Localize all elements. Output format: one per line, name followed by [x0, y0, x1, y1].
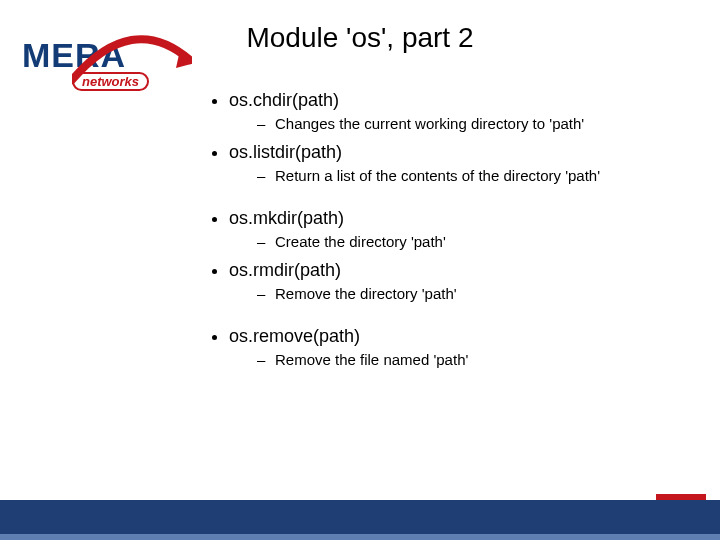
function-name: os.mkdir(path) — [229, 208, 344, 228]
footer-bar-dark — [0, 500, 720, 534]
list-item: os.chdir(path) Changes the current worki… — [229, 90, 685, 132]
function-desc: Remove the file named 'path' — [257, 351, 685, 368]
function-name: os.chdir(path) — [229, 90, 339, 110]
function-desc: Changes the current working directory to… — [257, 115, 685, 132]
logo-text: MERA — [22, 36, 126, 74]
list-item: os.mkdir(path) Create the directory 'pat… — [229, 208, 685, 250]
list-item: os.listdir(path) Return a list of the co… — [229, 142, 685, 184]
slide-content: os.chdir(path) Changes the current worki… — [205, 90, 685, 378]
slide-footer — [0, 492, 720, 540]
function-desc: Create the directory 'path' — [257, 233, 685, 250]
list-item: os.remove(path) Remove the file named 'p… — [229, 326, 685, 368]
brand-logo: MERA networks — [22, 38, 182, 108]
background-swoosh: 10010110110101110011001011011010011 — [0, 80, 200, 500]
logo-subtext: networks — [72, 72, 149, 91]
function-desc: Return a list of the contents of the dir… — [257, 167, 685, 184]
function-name: os.rmdir(path) — [229, 260, 341, 280]
function-desc: Remove the directory 'path' — [257, 285, 685, 302]
function-name: os.listdir(path) — [229, 142, 342, 162]
footer-bar-light — [0, 534, 720, 540]
list-item: os.rmdir(path) Remove the directory 'pat… — [229, 260, 685, 302]
function-name: os.remove(path) — [229, 326, 360, 346]
